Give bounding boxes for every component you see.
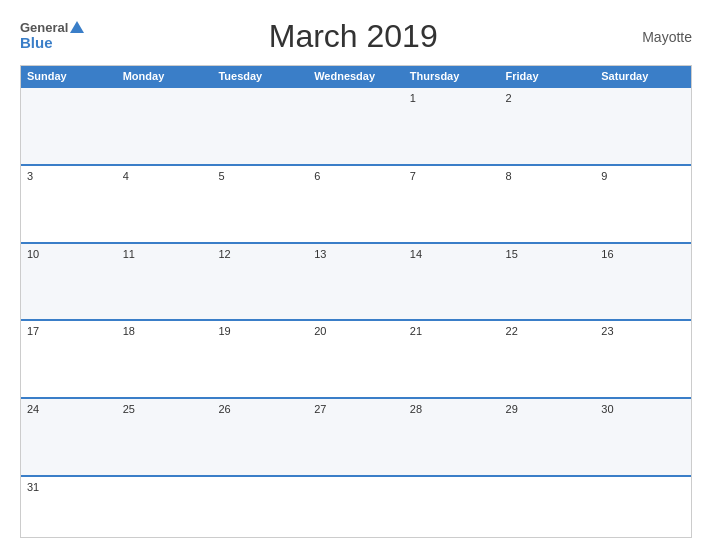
cell-w4-wed: 20 — [308, 321, 404, 397]
cell-w1-wed — [308, 88, 404, 164]
cell-w2-sun: 3 — [21, 166, 117, 242]
cell-w6-mon — [117, 477, 213, 537]
logo-general-text: General — [20, 21, 84, 35]
cell-w4-thu: 21 — [404, 321, 500, 397]
cell-w3-fri: 15 — [500, 244, 596, 320]
cell-w1-sun — [21, 88, 117, 164]
cell-w2-tue: 5 — [212, 166, 308, 242]
cell-w2-thu: 7 — [404, 166, 500, 242]
logo-triangle-icon — [70, 21, 84, 33]
cell-w6-sun: 31 — [21, 477, 117, 537]
cell-w1-thu: 1 — [404, 88, 500, 164]
header-monday: Monday — [117, 66, 213, 86]
cell-w4-sun: 17 — [21, 321, 117, 397]
cell-w5-sun: 24 — [21, 399, 117, 475]
header: General Blue March 2019 Mayotte — [20, 18, 692, 55]
cell-w2-wed: 6 — [308, 166, 404, 242]
week-4: 17 18 19 20 21 22 23 — [21, 319, 691, 397]
week-1: 1 2 — [21, 86, 691, 164]
region-label: Mayotte — [622, 29, 692, 45]
calendar-body: 1 2 3 4 5 6 7 8 9 10 11 12 13 14 15 — [21, 86, 691, 537]
cell-w5-sat: 30 — [595, 399, 691, 475]
logo-blue-text: Blue — [20, 35, 84, 52]
cell-w4-sat: 23 — [595, 321, 691, 397]
cell-w1-sat — [595, 88, 691, 164]
cell-w6-sat — [595, 477, 691, 537]
header-friday: Friday — [500, 66, 596, 86]
header-tuesday: Tuesday — [212, 66, 308, 86]
cell-w3-tue: 12 — [212, 244, 308, 320]
page: General Blue March 2019 Mayotte Sunday M… — [0, 0, 712, 550]
week-6: 31 — [21, 475, 691, 537]
cell-w3-sat: 16 — [595, 244, 691, 320]
cell-w6-fri — [500, 477, 596, 537]
cell-w5-fri: 29 — [500, 399, 596, 475]
cell-w3-mon: 11 — [117, 244, 213, 320]
cell-w4-tue: 19 — [212, 321, 308, 397]
logo: General Blue — [20, 21, 84, 52]
cell-w1-fri: 2 — [500, 88, 596, 164]
cell-w3-sun: 10 — [21, 244, 117, 320]
cell-w5-mon: 25 — [117, 399, 213, 475]
cell-w1-mon — [117, 88, 213, 164]
header-wednesday: Wednesday — [308, 66, 404, 86]
cell-w5-wed: 27 — [308, 399, 404, 475]
calendar: Sunday Monday Tuesday Wednesday Thursday… — [20, 65, 692, 538]
cell-w6-wed — [308, 477, 404, 537]
cell-w2-fri: 8 — [500, 166, 596, 242]
cell-w6-tue — [212, 477, 308, 537]
cell-w5-thu: 28 — [404, 399, 500, 475]
cell-w3-thu: 14 — [404, 244, 500, 320]
cell-w6-thu — [404, 477, 500, 537]
week-2: 3 4 5 6 7 8 9 — [21, 164, 691, 242]
header-sunday: Sunday — [21, 66, 117, 86]
cell-w4-mon: 18 — [117, 321, 213, 397]
cell-w3-wed: 13 — [308, 244, 404, 320]
cell-w2-mon: 4 — [117, 166, 213, 242]
cell-w5-tue: 26 — [212, 399, 308, 475]
header-thursday: Thursday — [404, 66, 500, 86]
calendar-title: March 2019 — [84, 18, 622, 55]
week-3: 10 11 12 13 14 15 16 — [21, 242, 691, 320]
week-5: 24 25 26 27 28 29 30 — [21, 397, 691, 475]
cell-w1-tue — [212, 88, 308, 164]
cell-w4-fri: 22 — [500, 321, 596, 397]
calendar-header: Sunday Monday Tuesday Wednesday Thursday… — [21, 66, 691, 86]
cell-w2-sat: 9 — [595, 166, 691, 242]
header-saturday: Saturday — [595, 66, 691, 86]
